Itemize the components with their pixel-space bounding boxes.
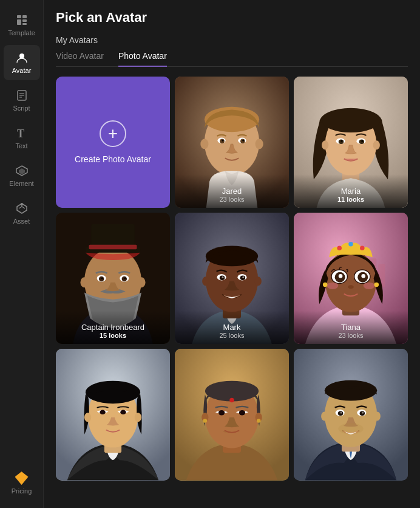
svg-point-118 (338, 424, 363, 435)
svg-text:T: T (17, 128, 24, 140)
page-title: Pick an Avatar (56, 10, 408, 26)
svg-rect-2 (17, 19, 21, 25)
avatar-card-maria[interactable]: Maria 11 looks (294, 77, 408, 208)
avatar-name-mark: Mark (181, 323, 283, 332)
create-card-label: Create Photo Avatar (67, 154, 158, 164)
template-icon (15, 13, 29, 27)
svg-point-79 (337, 246, 342, 251)
sidebar-item-element[interactable]: Element (4, 158, 40, 193)
svg-point-84 (364, 283, 375, 289)
svg-point-23 (222, 140, 224, 142)
avatar-grid: + Create Photo Avatar (56, 77, 408, 481)
svg-point-64 (202, 276, 209, 286)
svg-point-85 (323, 283, 328, 287)
svg-point-76 (361, 274, 365, 278)
svg-point-5 (19, 53, 24, 58)
sidebar-item-label: Template (8, 29, 35, 36)
sidebar-item-label: Script (13, 105, 30, 112)
avatar-looks-maria: 11 looks (300, 196, 402, 203)
svg-point-92 (120, 410, 126, 415)
svg-point-114 (340, 412, 342, 414)
svg-point-81 (360, 246, 365, 251)
svg-point-62 (222, 276, 224, 278)
svg-point-48 (124, 278, 126, 280)
avatar-name-jared: Jared (181, 187, 283, 196)
svg-point-38 (322, 140, 328, 149)
svg-point-116 (321, 412, 328, 421)
svg-point-99 (218, 410, 225, 415)
sidebar-item-avatar[interactable]: Avatar (4, 45, 40, 80)
sidebar-item-asset[interactable]: Asset (4, 196, 40, 231)
svg-point-39 (373, 140, 380, 149)
svg-point-26 (256, 139, 263, 149)
sidebar-item-text[interactable]: T Text (4, 120, 40, 156)
avatar-name-maria: Maria (300, 187, 402, 196)
svg-point-53 (137, 277, 145, 287)
avatar-looks-mark: 25 looks (181, 332, 283, 339)
svg-rect-3 (22, 19, 27, 22)
avatar-looks-jared: 23 looks (181, 196, 283, 203)
svg-point-91 (100, 410, 105, 415)
avatar-card-jared[interactable]: Jared 23 looks (175, 77, 289, 208)
avatar-card-captain[interactable]: Captain Ironbeard 15 looks (56, 213, 170, 344)
svg-point-82 (348, 286, 353, 289)
svg-point-25 (200, 139, 208, 149)
svg-point-94 (135, 413, 141, 422)
create-photo-avatar-card[interactable]: + Create Photo Avatar (56, 77, 170, 208)
sidebar-item-template[interactable]: Template (4, 7, 40, 43)
avatar-info-tiana: Tiana 23 looks (294, 311, 408, 344)
sidebar-item-pricing[interactable]: Pricing (4, 465, 40, 501)
svg-point-47 (101, 278, 103, 280)
avatar-info-mark: Mark 25 looks (175, 311, 289, 344)
svg-point-104 (203, 419, 208, 424)
avatar-name-tiana: Tiana (300, 323, 402, 332)
pricing-label: Pricing (12, 487, 32, 495)
svg-point-105 (257, 419, 261, 424)
avatar-card-asian-woman[interactable] (56, 349, 170, 480)
sidebar: Template Avatar Script T Text (0, 0, 44, 508)
create-plus-icon: + (100, 120, 126, 147)
avatar-card-tiana[interactable]: Tiana 23 looks (294, 213, 408, 344)
diamond-icon (15, 472, 29, 485)
svg-point-31 (322, 110, 379, 133)
svg-point-36 (341, 140, 343, 142)
sidebar-item-script[interactable]: Script (4, 83, 40, 118)
svg-point-37 (361, 140, 363, 142)
sidebar-item-label: Avatar (12, 67, 32, 74)
sidebar-item-label: Element (9, 180, 33, 187)
svg-point-83 (327, 283, 339, 289)
avatar-info-captain: Captain Ironbeard 15 looks (56, 311, 170, 344)
svg-point-100 (239, 410, 245, 415)
svg-rect-51 (89, 245, 137, 250)
script-icon (15, 89, 29, 102)
svg-rect-4 (22, 23, 27, 25)
svg-point-75 (339, 274, 343, 278)
tab-video-avatar[interactable]: Video Avatar (56, 51, 104, 67)
sidebar-item-label: Asset (13, 218, 30, 225)
tab-photo-avatar[interactable]: Photo Avatar (118, 51, 167, 67)
avatar-name-captain: Captain Ironbeard (62, 323, 164, 332)
svg-point-115 (362, 412, 364, 414)
tabs-container: Video Avatar Photo Avatar (56, 51, 408, 67)
avatar-card-man-suit[interactable] (294, 349, 408, 480)
svg-point-24 (242, 140, 244, 142)
svg-point-117 (374, 412, 381, 421)
text-icon: T (15, 126, 29, 140)
svg-point-86 (374, 283, 379, 287)
avatar-info-maria: Maria 11 looks (294, 174, 408, 208)
svg-marker-12 (19, 168, 25, 174)
avatar-icon (15, 51, 29, 64)
element-icon (15, 164, 29, 177)
asset-icon (15, 202, 29, 215)
svg-rect-0 (17, 15, 21, 18)
svg-point-80 (348, 242, 353, 247)
sidebar-item-label: Text (15, 142, 27, 149)
avatar-looks-captain: 15 looks (62, 332, 164, 339)
avatar-card-indian-woman[interactable] (175, 349, 289, 480)
avatar-info-jared: Jared 23 looks (175, 174, 289, 208)
svg-point-65 (255, 276, 262, 286)
svg-point-14 (21, 203, 23, 205)
avatar-card-mark[interactable]: Mark 25 looks (175, 213, 289, 344)
svg-point-101 (229, 398, 234, 403)
avatar-looks-tiana: 23 looks (300, 332, 402, 339)
